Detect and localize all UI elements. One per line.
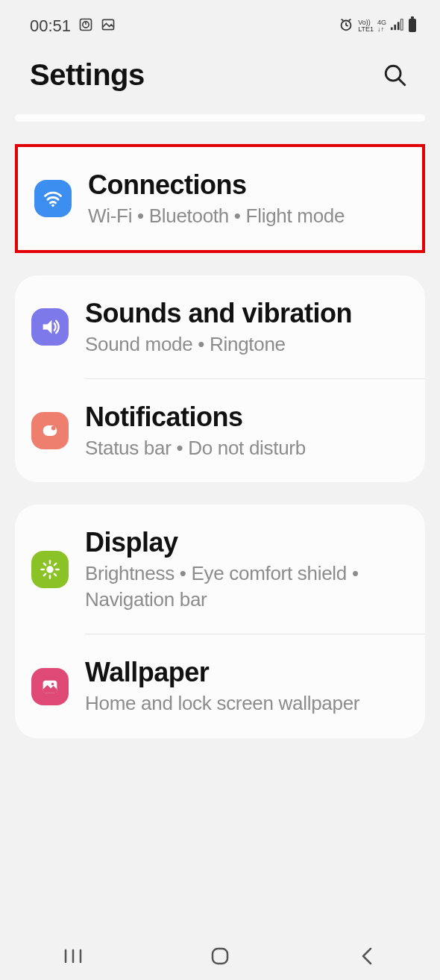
sound-icon: [31, 308, 69, 346]
svg-line-26: [54, 574, 56, 575]
svg-rect-34: [213, 949, 227, 964]
home-button[interactable]: [175, 941, 265, 971]
notifications-title: Notifications: [85, 400, 409, 434]
svg-rect-13: [409, 19, 416, 32]
svg-point-30: [51, 682, 54, 685]
notifications-subtitle: Status bar • Do not disturb: [85, 435, 409, 461]
status-right: Vo))LTE1 4G↓↑: [338, 16, 418, 36]
sounds-subtitle: Sound mode • Ringtone: [85, 331, 409, 358]
battery-icon: [407, 16, 418, 36]
back-button[interactable]: [322, 941, 412, 971]
svg-rect-9: [391, 28, 393, 31]
recents-icon: [63, 948, 84, 964]
item-connections[interactable]: Connections Wi-Fi • Bluetooth • Flight m…: [18, 147, 422, 250]
wifi-icon: [34, 180, 72, 217]
svg-point-20: [46, 566, 53, 572]
svg-line-28: [54, 564, 56, 565]
svg-line-25: [44, 564, 45, 565]
card-connections: Connections Wi-Fi • Bluetooth • Flight m…: [15, 144, 425, 253]
display-title: Display: [85, 525, 409, 559]
status-bar: 00:51 Vo))LTE1 4G↓↑: [0, 0, 440, 45]
svg-line-16: [398, 78, 405, 85]
card-sounds-notifications: Sounds and vibration Sound mode • Ringto…: [15, 275, 425, 482]
svg-rect-11: [397, 22, 400, 30]
item-wallpaper[interactable]: Wallpaper Home and lock screen wallpaper: [15, 634, 425, 737]
top-sliver: [15, 114, 425, 122]
image-status-icon: [101, 17, 116, 35]
svg-line-8: [349, 19, 351, 21]
item-notifications[interactable]: Notifications Status bar • Do not distur…: [15, 379, 425, 482]
navigation-bar: [0, 931, 440, 980]
settings-header: Settings: [0, 45, 440, 114]
svg-rect-12: [400, 19, 403, 30]
recents-button[interactable]: [28, 941, 118, 971]
home-icon: [210, 946, 230, 967]
network-4g-indicator: 4G↓↑: [377, 19, 386, 33]
svg-line-27: [44, 574, 45, 575]
connections-subtitle: Wi-Fi • Bluetooth • Flight mode: [88, 203, 406, 229]
svg-line-7: [342, 19, 344, 21]
svg-point-19: [51, 426, 56, 431]
sounds-title: Sounds and vibration: [85, 296, 409, 330]
volte-indicator: Vo))LTE1: [358, 19, 374, 33]
search-icon: [383, 63, 408, 88]
wallpaper-title: Wallpaper: [85, 655, 409, 689]
card-display-wallpaper: Display Brightness • Eye comfort shield …: [15, 505, 425, 737]
status-left: 00:51: [30, 16, 116, 36]
status-time: 00:51: [30, 16, 71, 36]
display-subtitle: Brightness • Eye comfort shield • Naviga…: [85, 561, 409, 613]
item-sounds[interactable]: Sounds and vibration Sound mode • Ringto…: [15, 275, 425, 378]
svg-rect-14: [411, 16, 414, 19]
page-title: Settings: [30, 58, 145, 92]
item-display[interactable]: Display Brightness • Eye comfort shield …: [15, 505, 425, 634]
wallpaper-icon: [31, 668, 69, 705]
svg-point-17: [51, 205, 54, 207]
alarm-icon: [338, 16, 354, 36]
back-icon: [359, 946, 375, 967]
search-button[interactable]: [380, 60, 410, 90]
notifications-icon: [31, 412, 69, 449]
clock-status-icon: [78, 17, 93, 35]
wallpaper-subtitle: Home and lock screen wallpaper: [85, 690, 409, 717]
connections-title: Connections: [88, 168, 406, 202]
svg-rect-10: [394, 25, 396, 30]
signal-icon: [390, 18, 403, 34]
svg-line-6: [346, 25, 348, 26]
display-icon: [31, 551, 69, 588]
